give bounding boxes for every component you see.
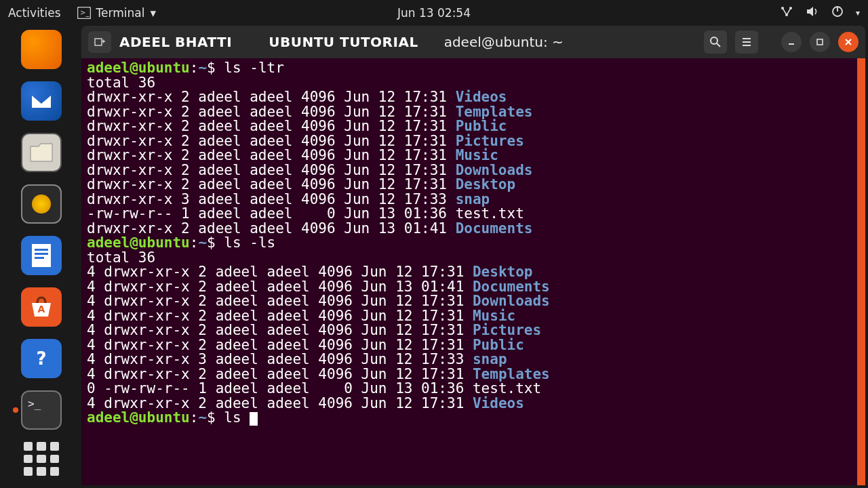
dock-thunderbird[interactable] (21, 81, 62, 121)
chevron-down-icon: ▾ (150, 6, 156, 20)
title-overlay-2: UBUNTU TUTORIAL (269, 34, 418, 50)
gnome-dock: A ? (4, 26, 79, 488)
dock-terminal[interactable] (21, 390, 62, 430)
cursor (250, 412, 258, 426)
terminal-window: ADEEL BHATTI UBUNTU TUTORIAL adeel@ubunt… (81, 26, 865, 485)
svg-rect-9 (35, 253, 48, 255)
dock-firefox[interactable] (21, 30, 62, 69)
dock-ubuntu-software[interactable]: A (21, 287, 62, 327)
app-menu[interactable]: >_ Terminal ▾ (77, 6, 156, 20)
svg-text:>_: >_ (80, 9, 90, 17)
svg-line-18 (717, 43, 720, 47)
svg-text:?: ? (36, 348, 46, 369)
svg-rect-23 (817, 39, 823, 45)
chevron-down-icon[interactable]: ▾ (856, 8, 860, 18)
terminal-icon: >_ (77, 7, 91, 19)
close-button[interactable] (838, 32, 859, 52)
maximize-button[interactable] (810, 32, 830, 52)
svg-rect-10 (35, 257, 44, 259)
title-overlay-1: ADEEL BHATTI (119, 34, 232, 50)
network-icon[interactable] (780, 5, 793, 20)
new-tab-button[interactable] (88, 31, 111, 53)
svg-point-17 (711, 37, 717, 44)
svg-rect-8 (35, 249, 48, 251)
gnome-topbar: Activities >_ Terminal ▾ Jun 13 02:54 ▾ (0, 0, 868, 26)
dock-help[interactable]: ? (21, 339, 62, 378)
svg-rect-14 (95, 39, 102, 45)
hamburger-menu-button[interactable] (735, 30, 758, 54)
dock-files[interactable] (21, 133, 62, 172)
volume-icon[interactable] (806, 5, 819, 20)
search-button[interactable] (704, 30, 727, 54)
dock-libreoffice[interactable] (21, 236, 62, 275)
terminal-body[interactable]: adeel@ubuntu:~$ ls -ltrtotal 36drwxr-xr-… (81, 58, 865, 485)
clock[interactable]: Jun 13 02:54 (397, 6, 471, 20)
power-icon[interactable] (831, 5, 844, 20)
scrollbar[interactable] (857, 58, 865, 485)
window-titlebar[interactable]: ADEEL BHATTI UBUNTU TUTORIAL adeel@ubunt… (81, 26, 865, 58)
activities-button[interactable]: Activities (8, 6, 61, 20)
app-menu-label: Terminal (96, 6, 145, 20)
svg-rect-7 (32, 244, 51, 267)
minimize-button[interactable] (781, 32, 802, 52)
dock-rhythmbox[interactable] (21, 184, 62, 224)
svg-text:A: A (38, 304, 45, 314)
show-apps-button[interactable] (24, 442, 59, 476)
running-indicator (13, 407, 18, 413)
window-title: adeel@ubuntu: ~ (444, 34, 564, 50)
